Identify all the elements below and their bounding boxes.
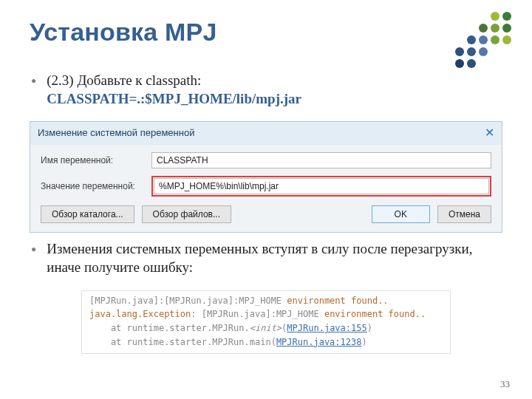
deco-dot — [467, 35, 476, 44]
input-var-value[interactable] — [154, 178, 489, 194]
console-text: java.lang.Exception — [89, 309, 191, 319]
console-text: at runtime.starter.MPJRun.main( — [89, 337, 276, 347]
console-link[interactable]: MPJRun.java:1238 — [276, 337, 362, 347]
row-var-name: Имя переменной: — [41, 152, 491, 168]
deco-dot — [502, 24, 511, 33]
input-var-name[interactable] — [151, 152, 491, 168]
deco-dot — [467, 24, 476, 33]
console-link[interactable]: MPJRun.java:155 — [287, 323, 366, 333]
deco-dot — [491, 12, 499, 21]
console-output: [MPJRun.java]:[MPJRun.java]:MPJ_HOME env… — [81, 290, 451, 354]
bullet-item: ● Изменения системных переменных вступят… — [30, 240, 502, 276]
bullet-code: CLASSPATH=.:$MPJ_HOME/lib/mpj.jar — [47, 91, 301, 106]
console-text: ) — [367, 323, 372, 333]
console-text: environment found.. — [324, 309, 426, 319]
highlight-box — [151, 176, 491, 197]
spacer — [239, 205, 364, 223]
dialog-button-row: Обзор каталога... Обзор файлов... OK Отм… — [41, 204, 491, 223]
bullet-dot-icon: ● — [31, 76, 36, 85]
deco-dot — [502, 35, 511, 44]
dialog-titlebar: Изменение системной переменной ✕ — [30, 122, 502, 145]
corner-decoration — [455, 12, 511, 68]
deco-dot — [467, 12, 476, 21]
browse-dir-button[interactable]: Обзор каталога... — [41, 205, 134, 223]
deco-dot — [479, 24, 488, 33]
ok-button[interactable]: OK — [372, 205, 430, 223]
dialog-body: Имя переменной: Значение переменной: Обз… — [30, 145, 502, 232]
close-icon[interactable]: ✕ — [485, 126, 494, 141]
deco-dot — [479, 47, 488, 56]
deco-dot — [455, 59, 464, 68]
console-text: [MPJRun.java]:[MPJRun.java]:MPJ_HOME — [89, 296, 287, 306]
console-text: : [MPJRun.java]:MPJ_HOME — [191, 309, 324, 319]
label-var-value: Значение переменной: — [41, 181, 151, 193]
deco-dot — [455, 47, 464, 56]
row-var-value: Значение переменной: — [41, 176, 491, 197]
deco-dot — [491, 24, 499, 33]
deco-dot — [479, 59, 488, 68]
page-number: 33 — [500, 378, 510, 390]
slide: Установка MPJ ● (2.3) Добавьте к classpa… — [0, 0, 532, 399]
console-text: <init> — [250, 323, 282, 333]
deco-dot — [479, 12, 488, 21]
content-area: ● (2.3) Добавьте к classpath: CLASSPATH=… — [30, 72, 502, 354]
deco-dot — [467, 47, 476, 56]
deco-dot — [502, 47, 511, 56]
label-var-name: Имя переменной: — [41, 155, 151, 167]
console-text: ) — [361, 337, 366, 347]
deco-dot — [502, 12, 511, 21]
browse-file-button[interactable]: Обзор файлов... — [142, 205, 231, 223]
bullet-dot-icon: ● — [31, 245, 36, 253]
bullet-text: Изменения системных переменных вступят в… — [47, 240, 502, 276]
deco-dot — [455, 24, 464, 33]
deco-dot — [467, 59, 476, 68]
slide-title: Установка MPJ — [30, 18, 502, 47]
dialog-title-text: Изменение системной переменной — [38, 127, 194, 140]
bullet-lead: (2.3) Добавьте к classpath: — [47, 72, 201, 88]
deco-dot — [491, 59, 499, 68]
env-var-dialog: Изменение системной переменной ✕ Имя пер… — [30, 121, 502, 233]
deco-dot — [455, 35, 464, 44]
deco-dot — [502, 59, 511, 68]
bullet-text: (2.3) Добавьте к classpath: CLASSPATH=.:… — [47, 72, 301, 108]
deco-dot — [455, 12, 464, 21]
cancel-button[interactable]: Отмена — [437, 205, 491, 223]
deco-dot — [479, 35, 488, 44]
deco-dot — [491, 47, 499, 56]
console-text: environment found.. — [287, 296, 388, 306]
console-text: at runtime.starter.MPJRun. — [89, 323, 250, 333]
deco-dot — [491, 35, 499, 44]
bullet-item: ● (2.3) Добавьте к classpath: CLASSPATH=… — [30, 72, 502, 108]
